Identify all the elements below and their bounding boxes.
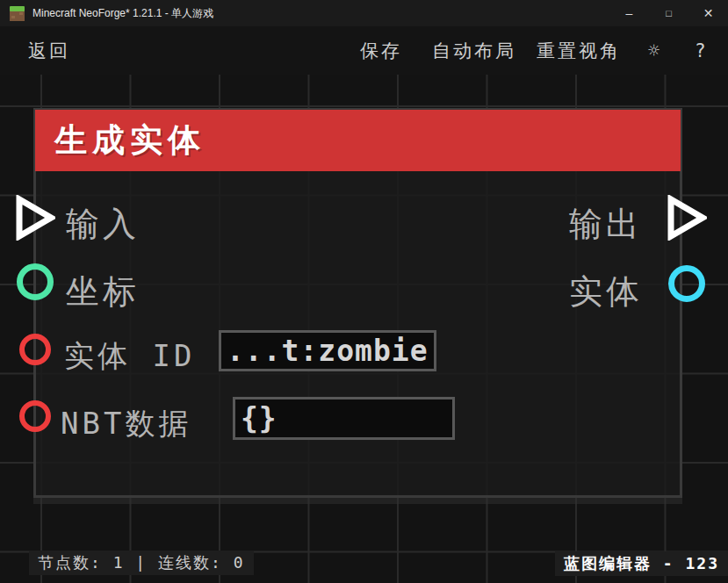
node-graph-canvas[interactable]: 生成实体 输入 输出 坐标 实体 实体 ID [0,75,728,583]
nbt-field[interactable]: {} [233,397,455,440]
window-title: Minecraft NeoForge* 1.21.1 - 单人游戏 [32,6,213,21]
nbt-input-pin[interactable] [19,400,51,432]
pin-label-entity-id: 实体 ID [64,336,195,377]
entity-output-pin[interactable] [668,265,705,302]
exec-arrow-icon [15,195,55,241]
editor-title-text: 蓝图编辑器 - 123 [564,553,719,574]
window-controls: – □ ✕ [609,0,728,26]
minecraft-grass-block-icon [10,6,25,21]
pin-label-entity: 实体 [569,270,643,314]
node-spawn-entity[interactable]: 生成实体 输入 输出 坐标 实体 实体 ID [33,108,682,498]
minimize-button[interactable]: – [609,0,649,26]
exec-output-pin[interactable] [667,195,707,241]
title-bar: Minecraft NeoForge* 1.21.1 - 单人游戏 – □ ✕ [0,0,728,26]
pin-label-position: 坐标 [66,270,140,314]
exec-input-pin[interactable] [15,195,55,241]
status-counts-text: 节点数: 1 | 连线数: 0 [38,552,245,573]
exec-arrow-icon [667,195,707,241]
reset-view-button[interactable]: 重置视角 [537,26,621,75]
editor-title-badge: 蓝图编辑器 - 123 [555,551,728,576]
auto-layout-button[interactable]: 自动布局 [432,26,516,75]
editor-toolbar: 返回 保存 自动布局 重置视角 ☼ ? [0,26,728,75]
close-button[interactable]: ✕ [688,0,728,26]
pin-label-input: 输入 [66,202,140,247]
save-button[interactable]: 保存 [360,26,402,75]
maximize-button[interactable]: □ [649,0,688,26]
pin-label-output: 输出 [569,202,643,247]
node-title: 生成实体 [54,119,205,162]
position-input-pin[interactable] [17,263,54,300]
entity-id-field[interactable]: ...t:zombie [219,330,436,371]
pin-label-nbt: NBT数据 [61,404,191,444]
settings-gear-icon[interactable]: ☼ [648,26,660,75]
status-counts: 节点数: 1 | 连线数: 0 [29,551,254,575]
entity-id-value: ...t:zombie [227,334,429,368]
blueprint-editor-window: Minecraft NeoForge* 1.21.1 - 单人游戏 – □ ✕ … [0,0,728,583]
node-header[interactable]: 生成实体 [35,110,681,171]
entity-id-input-pin[interactable] [19,334,51,365]
help-button[interactable]: ? [695,26,709,75]
nbt-value: {} [241,401,278,435]
back-button[interactable]: 返回 [28,26,70,75]
